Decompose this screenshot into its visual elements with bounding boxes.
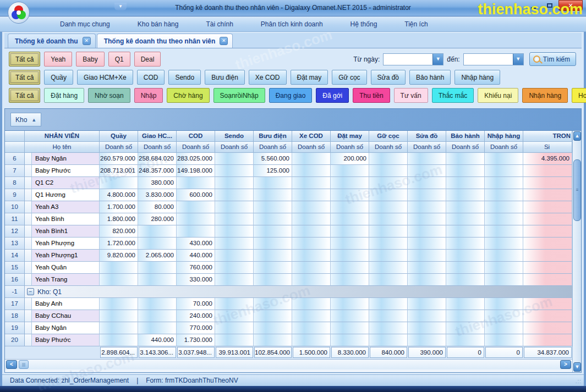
value-cell[interactable] — [331, 177, 369, 189]
value-cell[interactable] — [369, 238, 408, 250]
value-cell[interactable] — [408, 165, 446, 177]
value-cell[interactable]: 5.560.000 — [254, 153, 292, 165]
value-cell[interactable] — [215, 189, 254, 201]
value-cell[interactable] — [292, 201, 331, 213]
value-cell[interactable]: 208.713.001 — [100, 165, 138, 177]
value-cell[interactable] — [292, 177, 331, 189]
filter-button-deal[interactable]: Deal — [134, 52, 161, 67]
table-row[interactable]: 13Yeah Phượng1.720.000430.000 — [5, 238, 572, 250]
value-cell[interactable] — [331, 225, 369, 238]
chevron-down-icon[interactable]: ▼ — [513, 54, 523, 65]
value-cell[interactable] — [446, 298, 485, 310]
employee-name-cell[interactable]: Baby CChau — [32, 310, 100, 322]
value-cell[interactable] — [408, 322, 446, 334]
employee-name-cell[interactable]: Baby Anh — [32, 298, 100, 310]
group-row[interactable]: -1−Kho: Q1 — [5, 286, 572, 298]
value-cell[interactable] — [215, 322, 254, 334]
column-subheader-tron[interactable]: Si — [523, 142, 572, 153]
search-button[interactable]: Tìm kiếm — [529, 52, 576, 66]
filter-button-nhap[interactable]: Nhập — [134, 88, 163, 103]
row-number[interactable]: 11 — [5, 213, 25, 225]
scroll-down-icon[interactable]: ▼ — [573, 362, 581, 372]
value-cell[interactable]: 240.000 — [177, 310, 215, 322]
column-subheader-xe-cod[interactable]: Doanh số — [292, 142, 331, 153]
value-cell[interactable] — [138, 310, 177, 322]
column-subheader-sua-o[interactable]: Doanh số — [408, 142, 446, 153]
value-cell[interactable] — [331, 322, 369, 334]
menu-item-tai-chinh[interactable]: Tài chính — [198, 18, 240, 30]
value-cell[interactable]: 3.830.000 — [138, 189, 177, 201]
value-cell[interactable] — [369, 213, 408, 225]
value-cell[interactable]: 770.000 — [177, 322, 215, 334]
value-cell[interactable]: 1.700.000 — [100, 201, 138, 213]
column-subheader-cod[interactable]: Doanh số — [177, 142, 215, 153]
value-cell[interactable] — [446, 322, 485, 334]
employee-name-cell[interactable]: Yeah A3 — [32, 201, 100, 213]
value-cell[interactable] — [254, 310, 292, 322]
value-cell[interactable] — [254, 262, 292, 274]
value-cell[interactable] — [331, 274, 369, 286]
row-number[interactable]: 20 — [5, 334, 25, 346]
column-header-sua-o[interactable]: Sửa đồ — [408, 131, 446, 142]
filter-button-buu-ien[interactable]: Bưu điện — [205, 70, 245, 85]
value-cell[interactable]: 9.820.000 — [100, 250, 138, 262]
column-header-quay[interactable]: Quầy — [100, 131, 138, 142]
from-date-combobox[interactable]: ▼ — [383, 53, 443, 65]
filter-button-nhan-hang[interactable]: Nhận hàng — [522, 88, 568, 103]
value-cell[interactable] — [215, 310, 254, 322]
column-header-gu-coc[interactable]: Gữ cọc — [369, 131, 408, 142]
table-row[interactable]: 16Yeah Trang330.000 — [5, 274, 572, 286]
value-cell[interactable]: 2.065.000 — [138, 250, 177, 262]
value-cell[interactable] — [369, 189, 408, 201]
close-tab-icon[interactable]: ✕ — [83, 37, 91, 45]
close-tab-icon[interactable]: ✕ — [220, 37, 228, 45]
value-cell[interactable]: 200.000 — [331, 153, 369, 165]
value-cell[interactable] — [408, 177, 446, 189]
employee-name-cell[interactable]: Q1 Hương — [32, 189, 100, 201]
value-cell[interactable] — [485, 201, 523, 213]
filter-button-q1[interactable]: Q1 — [108, 52, 130, 67]
table-row[interactable]: 17Baby Anh70.000 — [5, 298, 572, 310]
value-cell[interactable] — [138, 262, 177, 274]
value-cell[interactable] — [138, 274, 177, 286]
value-cell[interactable] — [523, 177, 572, 189]
row-number[interactable]: 17 — [5, 298, 25, 310]
column-subheader-giao-hc[interactable]: Doanh số — [138, 142, 177, 153]
filter-button-ang-giao[interactable]: Đang giao — [269, 88, 313, 103]
value-cell[interactable]: 125.000 — [254, 165, 292, 177]
value-cell[interactable] — [485, 274, 523, 286]
value-cell[interactable] — [408, 262, 446, 274]
employee-name-cell[interactable]: Yeah Bình — [32, 213, 100, 225]
column-header-giao-hc[interactable]: Giao HC... — [138, 131, 177, 142]
value-cell[interactable] — [485, 165, 523, 177]
table-row[interactable]: 19Baby Ngân770.000 — [5, 322, 572, 334]
value-cell[interactable] — [369, 262, 408, 274]
value-cell[interactable]: 430.000 — [177, 238, 215, 250]
value-cell[interactable] — [408, 213, 446, 225]
value-cell[interactable]: 149.198.000 — [177, 165, 215, 177]
value-cell[interactable] — [292, 334, 331, 346]
row-number[interactable]: 18 — [5, 310, 25, 322]
value-cell[interactable] — [254, 213, 292, 225]
filter-button-tat-ca[interactable]: Tất cả — [9, 70, 40, 85]
value-cell[interactable] — [138, 298, 177, 310]
scroll-left-icon[interactable]: < — [6, 360, 17, 369]
value-cell[interactable] — [446, 262, 485, 274]
value-cell[interactable]: 258.684.020 — [138, 153, 177, 165]
filter-button-yeah[interactable]: Yeah — [44, 52, 72, 67]
table-row[interactable]: 11Yeah Bình1.800.000280.000 — [5, 213, 572, 225]
column-header-buu-ien[interactable]: Bưu điện — [254, 131, 292, 142]
value-cell[interactable] — [215, 262, 254, 274]
filter-button-sua-o[interactable]: Sửa đồ — [371, 70, 406, 85]
scroll-right-icon[interactable]: > — [560, 360, 571, 369]
column-header-sendo[interactable]: Sendo — [215, 131, 254, 142]
row-number[interactable]: 15 — [5, 262, 25, 274]
table-row[interactable]: 20Baby Phước440.0001.730.000 — [5, 334, 572, 346]
column-subheader-nhap-hang[interactable]: Doanh số — [485, 142, 523, 153]
value-cell[interactable] — [254, 238, 292, 250]
row-number[interactable]: 7 — [5, 165, 25, 177]
column-header-bao-hanh[interactable]: Bảo hành — [446, 131, 485, 142]
filter-button-thu-tien[interactable]: Thu tiền — [353, 88, 390, 103]
value-cell[interactable] — [485, 213, 523, 225]
value-cell[interactable] — [138, 238, 177, 250]
